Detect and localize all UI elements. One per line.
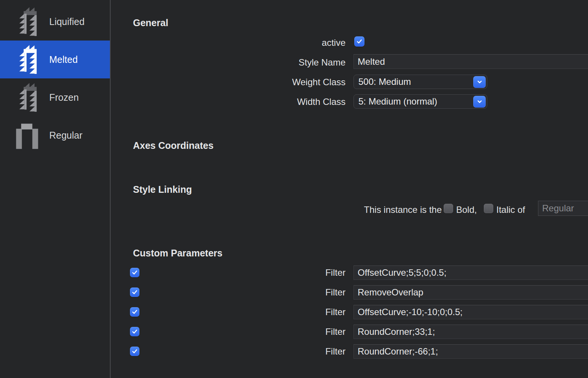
italic-label: Italic of bbox=[496, 205, 525, 215]
style-preview-icon bbox=[16, 6, 39, 37]
custom-parameter-row: Filter bbox=[111, 305, 588, 319]
width-class-dropdown[interactable]: 5: Medium (normal) bbox=[353, 94, 487, 109]
styles-sidebar: Liquified Melted Frozen Regular bbox=[0, 0, 110, 378]
style-name-label: Regular bbox=[49, 130, 83, 141]
active-checkbox[interactable] bbox=[354, 36, 364, 47]
style-name-label: Melted bbox=[49, 54, 78, 65]
parameter-name-label: Filter bbox=[111, 325, 346, 339]
italic-checkbox[interactable] bbox=[484, 204, 493, 213]
parameter-name-label: Filter bbox=[111, 266, 346, 280]
sidebar-item-regular[interactable]: Regular bbox=[0, 116, 110, 154]
font-instance-window: Liquified Melted Frozen Regular General … bbox=[0, 0, 588, 378]
instance-settings-panel: General active Style Name Weight Class 5… bbox=[111, 0, 588, 378]
sidebar-item-melted[interactable]: Melted bbox=[0, 41, 110, 78]
chevron-down-icon bbox=[476, 98, 483, 105]
sidebar-item-liquified[interactable]: Liquified bbox=[0, 3, 110, 41]
custom-parameter-row: Filter bbox=[111, 285, 588, 300]
style-name-input[interactable] bbox=[353, 54, 588, 69]
style-preview-icon bbox=[16, 120, 39, 150]
parameter-value-field[interactable] bbox=[353, 344, 588, 359]
weight-class-label: Weight Class bbox=[111, 77, 346, 87]
style-linking-sentence: This instance is the bbox=[111, 205, 442, 215]
style-linking-section-title: Style Linking bbox=[133, 184, 192, 195]
parameter-value-field[interactable] bbox=[353, 285, 588, 300]
parameter-name-label: Filter bbox=[111, 344, 346, 359]
chevron-down-icon bbox=[476, 78, 483, 86]
style-linking-target-input[interactable] bbox=[538, 201, 588, 216]
weight-class-dropdown-button[interactable] bbox=[473, 76, 486, 88]
style-preview-icon bbox=[16, 44, 39, 75]
parameter-value-field[interactable] bbox=[353, 325, 588, 339]
parameter-value-field[interactable] bbox=[353, 266, 588, 280]
style-name-label: Style Name bbox=[111, 57, 346, 68]
width-class-value: 5: Medium (normal) bbox=[358, 96, 437, 107]
custom-parameter-row: Filter bbox=[111, 344, 588, 359]
axes-coordinates-section-title: Axes Coordinates bbox=[133, 140, 214, 151]
bold-checkbox[interactable] bbox=[444, 204, 453, 213]
parameter-name-label: Filter bbox=[111, 305, 346, 319]
custom-parameter-row: Filter bbox=[111, 266, 588, 280]
parameter-name-label: Filter bbox=[111, 285, 346, 300]
style-preview-icon bbox=[16, 82, 39, 112]
parameter-value-field[interactable] bbox=[353, 305, 588, 319]
custom-parameter-row: Filter bbox=[111, 325, 588, 339]
bold-label: Bold, bbox=[456, 205, 477, 215]
style-name-label: Frozen bbox=[49, 92, 79, 103]
active-label: active bbox=[111, 37, 346, 48]
width-class-label: Width Class bbox=[111, 97, 346, 107]
sidebar-item-frozen[interactable]: Frozen bbox=[0, 78, 110, 116]
custom-parameters-section-title: Custom Parameters bbox=[133, 248, 222, 258]
width-class-dropdown-button[interactable] bbox=[473, 96, 486, 108]
checkmark-icon bbox=[356, 38, 363, 45]
style-name-label: Liquified bbox=[49, 16, 84, 27]
weight-class-dropdown[interactable]: 500: Medium bbox=[353, 75, 487, 89]
weight-class-value: 500: Medium bbox=[358, 77, 411, 87]
general-section-title: General bbox=[133, 17, 168, 28]
